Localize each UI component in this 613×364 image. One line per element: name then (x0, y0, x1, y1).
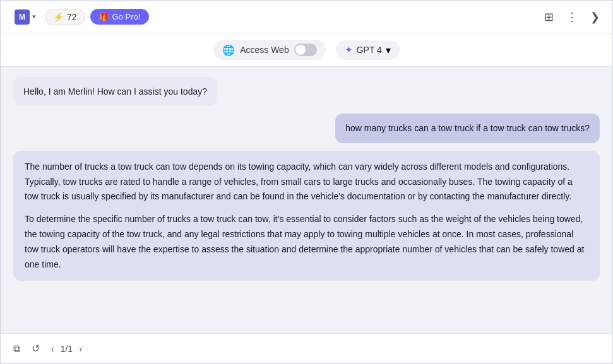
assistant-paragraph: The number of trucks a tow truck can tow… (25, 160, 588, 204)
access-web-control: 🌐 Access Web (213, 40, 326, 60)
logo-button[interactable]: M ▾ (11, 7, 40, 27)
toggle-knob (295, 45, 306, 55)
prev-page-button[interactable]: ‹ (49, 343, 57, 355)
access-web-label: Access Web (240, 45, 289, 55)
next-icon: › (79, 344, 82, 354)
header-right: ⊞ ⋮ ❯ (542, 8, 602, 26)
more-icon: ⋮ (566, 10, 578, 24)
logo-chevron-icon: ▾ (32, 13, 36, 21)
access-web-toggle[interactable] (294, 44, 317, 56)
assistant-paragraph: To determine the specific number of truc… (25, 212, 588, 272)
credits-count: 72 (67, 12, 77, 22)
forward-button[interactable]: ❯ (588, 8, 602, 26)
merlin-logo-icon: M (15, 9, 30, 25)
next-page-button[interactable]: › (76, 343, 85, 355)
forward-icon: ❯ (590, 10, 600, 24)
chat-area: Hello, I am Merlin! How can I assist you… (1, 67, 612, 333)
gopro-label: Go Pro! (112, 12, 141, 21)
user-message: how many trucks can a tow truck if a tow… (335, 114, 600, 143)
layout-button[interactable]: ⊞ (542, 8, 556, 26)
more-options-button[interactable]: ⋮ (564, 8, 580, 26)
copy-button[interactable]: ⧉ (11, 341, 23, 357)
pagination: ‹ 1/1 › (49, 343, 85, 355)
gpt-label: GPT 4 (357, 45, 382, 55)
gopro-button[interactable]: 🎁 Go Pro! (90, 9, 150, 25)
gpt-selector[interactable]: ✦ GPT 4 ▾ (336, 40, 400, 60)
toolbar: 🌐 Access Web ✦ GPT 4 ▾ (1, 33, 612, 67)
header-left: M ▾ ⚡ 72 🎁 Go Pro! (11, 7, 149, 27)
globe-icon: 🌐 (222, 44, 235, 56)
credits-button[interactable]: ⚡ 72 (45, 9, 85, 25)
layout-icon: ⊞ (544, 10, 554, 24)
prev-icon: ‹ (51, 344, 54, 354)
sparkle-icon: ✦ (345, 44, 353, 56)
gpt-chevron-icon: ▾ (386, 44, 391, 56)
page-indicator: 1/1 (61, 344, 73, 354)
bolt-icon: ⚡ (53, 12, 64, 22)
chat-footer: ⧉ ↺ ‹ 1/1 › (1, 333, 612, 363)
copy-icon: ⧉ (13, 343, 20, 354)
assistant-message: The number of trucks a tow truck can tow… (13, 151, 600, 281)
refresh-icon: ↺ (32, 343, 40, 354)
bot-message: Hello, I am Merlin! How can I assist you… (13, 77, 217, 106)
header: M ▾ ⚡ 72 🎁 Go Pro! ⊞ ⋮ ❯ (1, 1, 612, 33)
gift-icon: 🎁 (99, 12, 109, 21)
refresh-button[interactable]: ↺ (29, 340, 42, 357)
